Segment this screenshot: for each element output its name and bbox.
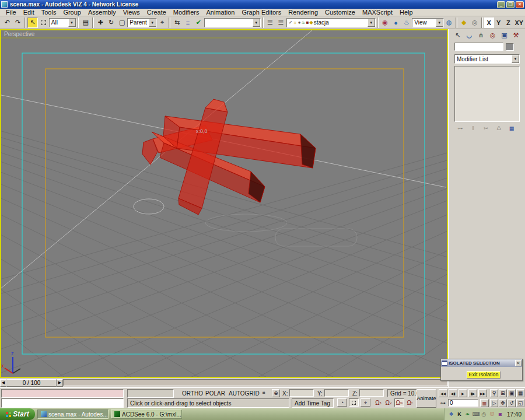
axis-constraint-xy-button[interactable]: XY: [513, 18, 525, 28]
time-slider-handle[interactable]: 0 / 100: [6, 379, 57, 387]
viewport-label[interactable]: Perspective: [4, 31, 34, 37]
redo-icon[interactable]: ↷: [12, 18, 23, 28]
select-by-name-icon[interactable]: ▤: [80, 18, 90, 28]
next-frame-icon[interactable]: ▮▶: [468, 389, 477, 397]
tray-mouse-icon[interactable]: ⌨︎: [473, 411, 479, 418]
macro-recorder-line[interactable]: [1, 389, 124, 398]
select-and-rotate-icon[interactable]: ↻: [106, 18, 116, 28]
pin-stack-icon[interactable]: ⊶: [454, 124, 466, 132]
play-animation-icon[interactable]: ▶: [459, 389, 467, 397]
maximize-button[interactable]: ❐: [506, 1, 514, 8]
absolute-mode-icon[interactable]: ⊕: [272, 389, 280, 397]
axis-constraint-z-button[interactable]: Z: [503, 18, 513, 28]
layer-manager-icon[interactable]: ☰: [265, 18, 275, 28]
quick-render-icon[interactable]: ♨: [401, 18, 412, 28]
pan-hand-icon[interactable]: ✥: [499, 399, 507, 407]
modifier-list-select[interactable]: Modifier List ▼: [454, 54, 520, 64]
modify-tab[interactable]: ◡: [464, 30, 475, 40]
autogrid-toggle[interactable]: AUTOGRID: [229, 390, 260, 397]
rectangular-selection-region-icon[interactable]: [38, 18, 48, 28]
chevron-down-icon[interactable]: ▼: [68, 19, 76, 27]
menu-file[interactable]: File: [2, 9, 20, 16]
perspective-viewport[interactable]: x:0,0 z x Perspective: [0, 29, 448, 378]
layer-list-icon[interactable]: ☰: [275, 18, 286, 28]
axis-constraint-x-button[interactable]: X: [484, 18, 494, 28]
exit-isolation-button[interactable]: Exit Isolation: [467, 371, 501, 379]
crosshair-icon[interactable]: ⌖: [360, 398, 370, 407]
go-to-start-icon[interactable]: ◀◀: [439, 389, 447, 397]
crossing-selection-icon[interactable]: [349, 398, 359, 407]
modifier-stack[interactable]: [454, 66, 520, 122]
zoom-extents-all-icon[interactable]: ▦: [516, 389, 524, 397]
x-coord-field[interactable]: [289, 389, 314, 397]
taskbar-task-acdsee[interactable]: ACDSee 6.0 - G:\mxl...: [111, 410, 182, 419]
frame-back-icon[interactable]: ◀: [0, 379, 6, 387]
selection-lock-icon[interactable]: 🔒︎: [262, 389, 270, 397]
reference-coordinate-select[interactable]: Parent▼: [127, 18, 157, 27]
render-last-icon[interactable]: ◍: [444, 18, 454, 28]
mirror-icon[interactable]: ⇆: [172, 18, 182, 28]
object-color-swatch[interactable]: [506, 43, 514, 51]
tray-antivirus-icon[interactable]: K: [456, 411, 463, 418]
zoom-icon[interactable]: ⚲: [490, 389, 498, 397]
named-selection-sets-select[interactable]: ▼: [204, 18, 261, 27]
menu-help[interactable]: Help: [396, 9, 416, 16]
min-max-toggle-icon[interactable]: ◱: [516, 399, 524, 407]
tray-volume-icon[interactable]: ☉: [489, 411, 495, 418]
chevron-down-icon[interactable]: ▼: [368, 19, 375, 27]
undo-icon[interactable]: ↶: [2, 18, 12, 28]
axis-constraint-y-button[interactable]: Y: [494, 18, 504, 28]
menu-assembly[interactable]: Assembly: [85, 9, 120, 16]
tray-network-icon[interactable]: ❖: [448, 411, 454, 418]
animate-button[interactable]: Animate: [416, 389, 436, 408]
check-align-icon[interactable]: ✔: [193, 18, 204, 28]
make-unique-icon[interactable]: ✂: [480, 124, 492, 132]
percent-snap-icon[interactable]: Ω%: [394, 398, 404, 407]
menu-tools[interactable]: Tools: [38, 9, 60, 16]
ortho-toggle[interactable]: ORTHO: [182, 390, 203, 397]
remove-modifier-icon[interactable]: ♺: [493, 124, 505, 132]
create-tab[interactable]: ↖: [452, 30, 463, 40]
configure-modifier-sets-icon[interactable]: ▦: [506, 124, 517, 132]
z-coord-field[interactable]: [359, 389, 384, 397]
chevron-down-icon[interactable]: ▼: [512, 55, 519, 63]
tray-update-icon[interactable]: ❧: [464, 411, 471, 418]
zoom-all-icon[interactable]: ⊞: [499, 389, 507, 397]
frame-forward-icon[interactable]: ▶: [57, 379, 63, 387]
dialog-close-icon[interactable]: ✕: [515, 360, 522, 366]
previous-frame-icon[interactable]: ◀▮: [449, 389, 457, 397]
menu-maxscript[interactable]: MAXScript: [359, 9, 396, 16]
chevron-down-icon[interactable]: ▼: [253, 19, 260, 27]
menu-rendering[interactable]: Rendering: [285, 9, 321, 16]
menu-group[interactable]: Group: [60, 9, 85, 16]
select-and-scale-icon[interactable]: ▢: [117, 18, 127, 28]
circle-icon[interactable]: ◎: [470, 18, 480, 28]
add-time-tag[interactable]: Add Time Tag: [292, 398, 334, 408]
chevron-down-icon[interactable]: ▼: [436, 19, 443, 27]
degradation-override-icon[interactable]: ◔: [337, 398, 347, 407]
align-icon[interactable]: ≡: [183, 18, 193, 28]
current-frame-field[interactable]: [448, 399, 478, 407]
menu-graph-editors[interactable]: Graph Editors: [238, 9, 285, 16]
arc-rotate-icon[interactable]: ↺: [508, 399, 516, 407]
menu-views[interactable]: Views: [120, 9, 144, 16]
chevron-down-icon[interactable]: ▼: [149, 19, 156, 27]
show-end-result-icon[interactable]: ‖: [467, 124, 479, 132]
render-scene-icon[interactable]: ●: [390, 18, 401, 28]
zoom-extents-icon[interactable]: ▣: [508, 389, 516, 397]
angle-snap-icon[interactable]: Ω∠: [384, 398, 394, 407]
go-to-end-icon[interactable]: ▶▶: [478, 389, 487, 397]
y-coord-field[interactable]: [324, 389, 349, 397]
display-tab[interactable]: ▣: [499, 30, 510, 40]
taskbar-task-viz[interactable]: scena.max - Autodes...: [37, 410, 108, 419]
helmet-icon[interactable]: ◆: [459, 18, 469, 28]
time-configuration-icon[interactable]: ▦: [480, 399, 489, 407]
utilities-tab[interactable]: ⚒: [510, 30, 522, 40]
use-pivot-center-icon[interactable]: ⌖: [157, 18, 167, 28]
polar-toggle[interactable]: POLAR: [205, 390, 225, 397]
menu-edit[interactable]: Edit: [20, 9, 38, 16]
selection-filter-select[interactable]: All▼: [49, 18, 76, 27]
select-and-move-icon[interactable]: ✚: [95, 18, 106, 28]
start-button[interactable]: Start: [0, 408, 35, 420]
snap-toggle-icon[interactable]: Ω3: [373, 398, 383, 407]
